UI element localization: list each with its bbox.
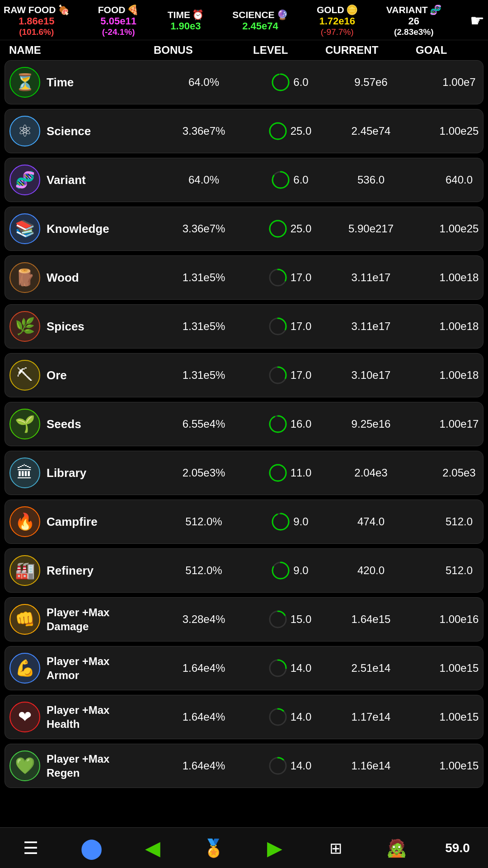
campfire-current: 474.0 (326, 515, 416, 528)
refinery-level-num: 9.0 (293, 564, 308, 577)
back-button[interactable]: ◀ (130, 832, 175, 864)
player-max-regen-progress-arc (268, 756, 288, 776)
seeds-current: 9.25e16 (326, 418, 416, 430)
ore-name: Ore (47, 368, 67, 382)
player-max-damage-current: 1.64e15 (326, 613, 416, 626)
table-row[interactable]: ⛏Ore1.31e5%17.03.10e171.00e18 (5, 353, 483, 397)
name-cell: 🔥Campfire (9, 506, 154, 537)
player-max-armor-name: Player +MaxArmor (47, 654, 109, 682)
col-level: LEVEL (253, 44, 325, 57)
menu-button[interactable]: ☰ (8, 832, 53, 864)
table-row[interactable]: 👊Player +MaxDamage3.28e4%15.01.64e151.00… (5, 597, 483, 642)
stat-gold: GOLD 🪙 1.72e16 (-97.7%) (317, 5, 358, 37)
table-row[interactable]: 🌿Spices1.31e5%17.03.11e171.00e18 (5, 304, 483, 349)
variant-icon: 🧬 (430, 5, 441, 15)
player-max-damage-level-cell: 15.0 (253, 609, 326, 629)
name-cell: ⚛Science (9, 116, 154, 146)
player-max-armor-level-num: 14.0 (291, 662, 312, 675)
orb-button[interactable]: ⬤ (69, 832, 114, 864)
food-value: 5.05e11 (100, 15, 136, 27)
table-row[interactable]: 💪Player +MaxArmor1.64e4%14.02.51e141.00e… (5, 646, 483, 690)
science-current: 2.45e74 (326, 125, 416, 137)
table-row[interactable]: 🔥Campfire512.0%9.0474.0512.0 (5, 500, 483, 544)
campfire-icon: 🔥 (9, 506, 40, 537)
tree-icon: ⊞ (329, 839, 342, 857)
time-value: 1.90e3 (170, 20, 201, 32)
column-headers: NAME BONUS LEVEL CURRENT GOAL (0, 40, 488, 60)
variant-progress-arc (271, 170, 291, 190)
table-row[interactable]: 🌱Seeds6.55e4%16.09.25e161.00e17 (5, 402, 483, 446)
library-name: Library (47, 466, 86, 480)
knowledge-goal: 1.00e25 (416, 222, 488, 235)
name-cell: ⛏Ore (9, 360, 154, 391)
variant-value: 26 (408, 15, 419, 27)
campfire-level-cell: 9.0 (253, 512, 326, 532)
name-cell: ❤Player +MaxHealth (9, 702, 154, 732)
variant-label: VARIANT (386, 5, 428, 15)
science-progress-arc (268, 121, 288, 141)
variant-name: Variant (47, 173, 86, 187)
forward-button[interactable]: ▶ (252, 832, 297, 864)
spices-level-num: 17.0 (291, 320, 312, 333)
award-button[interactable]: 🏅 (191, 832, 236, 864)
ore-icon: ⛏ (9, 360, 40, 391)
score-value: 59.0 (445, 841, 470, 855)
variant-icon: 🧬 (9, 165, 40, 195)
seeds-level-num: 16.0 (291, 418, 312, 430)
player-max-armor-bonus: 1.64e4% (154, 662, 253, 675)
raw-food-sub: (101.6%) (19, 27, 54, 37)
science-bonus: 3.36e7% (154, 125, 253, 137)
table-row[interactable]: 💚Player +MaxRegen1.64e4%14.01.16e141.00e… (5, 744, 483, 788)
library-bonus: 2.05e3% (154, 467, 253, 479)
food-label: FOOD (98, 5, 126, 15)
raw-food-label: RAW FOOD (4, 5, 56, 15)
player-max-damage-goal: 1.00e16 (416, 613, 488, 626)
library-icon: 🏛 (9, 458, 40, 488)
table-row[interactable]: 🧬Variant64.0%6.0536.0640.0 (5, 158, 483, 202)
name-cell: 💪Player +MaxArmor (9, 653, 154, 684)
player-max-damage-progress-arc (268, 609, 288, 629)
refinery-goal: 512.0 (416, 564, 488, 577)
table-row[interactable]: ❤Player +MaxHealth1.64e4%14.01.17e141.00… (5, 695, 483, 739)
table-row[interactable]: 🪵Wood1.31e5%17.03.11e171.00e18 (5, 255, 483, 300)
science-label: SCIENCE (232, 9, 274, 20)
player-max-armor-icon: 💪 (9, 653, 40, 684)
tree-button[interactable]: ⊞ (313, 832, 358, 864)
table-row[interactable]: ⚛Science3.36e7%25.02.45e741.00e25 (5, 109, 483, 153)
table-row[interactable]: ⏳Time64.0%6.09.57e61.00e7 (5, 60, 483, 104)
name-cell: 🌿Spices (9, 311, 154, 342)
player-max-damage-name: Player +MaxDamage (47, 605, 109, 633)
table-row[interactable]: 🏭Refinery512.0%9.0420.0512.0 (5, 548, 483, 593)
award-icon: 🏅 (203, 838, 224, 858)
wood-name: Wood (47, 271, 79, 285)
player-max-armor-current: 2.51e14 (326, 662, 416, 675)
campfire-goal: 512.0 (416, 515, 488, 528)
time-level-num: 6.0 (293, 76, 308, 89)
player-max-armor-level-cell: 14.0 (253, 658, 326, 678)
player-max-damage-level-num: 15.0 (291, 613, 312, 626)
bottom-nav: ☰ ⬤ ◀ 🏅 ▶ ⊞ 🧟 59.0 (0, 827, 488, 868)
wood-current: 3.11e17 (326, 271, 416, 284)
time-current: 9.57e6 (326, 76, 416, 89)
library-level-cell: 11.0 (253, 463, 326, 483)
name-cell: ⏳Time (9, 67, 154, 98)
campfire-name: Campfire (47, 515, 98, 529)
variant-goal: 640.0 (416, 174, 488, 186)
food-sub: (-24.1%) (102, 27, 135, 37)
player-max-health-progress-arc (268, 707, 288, 727)
col-name: NAME (9, 44, 154, 57)
variant-current: 536.0 (326, 174, 416, 186)
library-progress-arc (268, 463, 288, 483)
stat-food: FOOD 🍕 5.05e11 (-24.1%) (98, 5, 139, 37)
campfire-progress-arc (271, 512, 291, 532)
spices-goal: 1.00e18 (416, 320, 488, 333)
char-button[interactable]: 🧟 (374, 832, 419, 864)
time-icon: ⏰ (192, 9, 204, 20)
svg-point-17 (270, 465, 286, 481)
table-row[interactable]: 🏛Library2.05e3%11.02.04e32.05e3 (5, 451, 483, 495)
table-row[interactable]: 📚Knowledge3.36e7%25.05.90e2171.00e25 (5, 207, 483, 251)
name-cell: 👊Player +MaxDamage (9, 604, 154, 635)
ore-progress-arc (268, 365, 288, 385)
time-goal: 1.00e7 (416, 76, 488, 89)
back-icon: ◀ (145, 836, 160, 859)
